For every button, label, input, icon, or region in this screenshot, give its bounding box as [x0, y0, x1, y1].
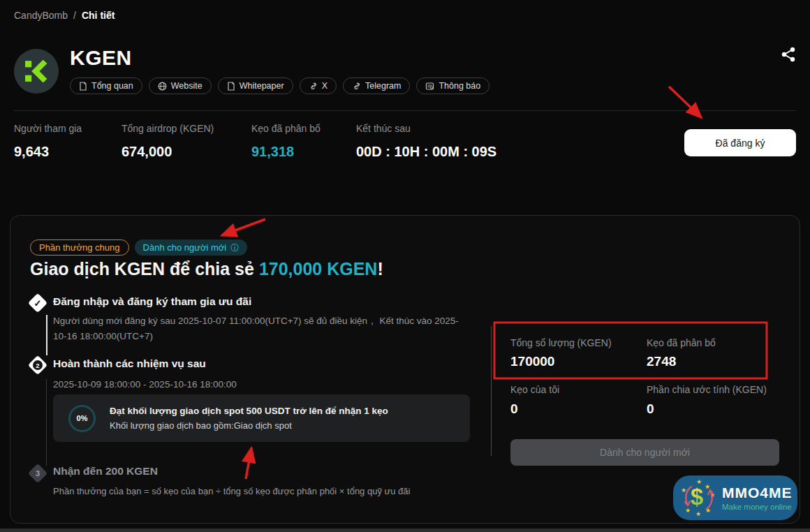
summary-label-my-candy: Kẹo của tôi [510, 384, 559, 395]
step-2-dates: 2025-10-09 18:00:00 - 2025-10-16 18:00:0… [53, 377, 237, 392]
watermark-dollar-icon: $ ★ ★ ★ ★ ★ ★ ★ [682, 480, 716, 515]
breadcrumb-separator: / [73, 10, 76, 21]
announcement-icon [425, 82, 434, 91]
link-label: Telegram [365, 81, 401, 91]
step-connector-1 [46, 315, 47, 355]
step-3-title: Nhận đến 200 KGEN [53, 465, 158, 478]
link-website[interactable]: Website [149, 77, 212, 94]
step-3-desc: Phần thưởng của bạn = số kẹo của bạn ÷ t… [53, 485, 486, 499]
reward-tabs: Phần thưởng chung Dành cho người mới ⓘ [30, 239, 247, 256]
link-label: Whitepaper [240, 81, 284, 91]
bottom-page-edge [0, 529, 810, 532]
step-2-number: 2 [33, 360, 43, 370]
step-1-check-icon: ✓ [28, 293, 47, 313]
summary-label-estimated-share: Phần chia ước tính (KGEN) [647, 384, 767, 395]
link-x[interactable]: X [300, 77, 337, 94]
summary-value-distributed: 2748 [647, 354, 676, 369]
link-label: Website [171, 81, 202, 91]
newcomer-action-button[interactable]: Dành cho người mới [510, 439, 779, 466]
tab-general-reward[interactable]: Phần thưởng chung [30, 239, 129, 256]
tab-newcomer[interactable]: Dành cho người mới ⓘ [135, 239, 248, 256]
stat-countdown: Kết thúc sau 00D : 10H : 00M : 09S [356, 123, 496, 160]
summary-value-my-candy: 0 [510, 401, 518, 417]
task-subtitle: Khối lượng giao dịch bao gồm:Giao dịch s… [110, 420, 388, 431]
campaign-title-amount: 170,000 KGEN [259, 259, 378, 279]
link-label: Tổng quan [91, 81, 133, 91]
stat-label: Người tham gia [14, 123, 82, 134]
share-button[interactable] [780, 46, 797, 63]
step-3-badge: 3 [28, 464, 47, 483]
annotation-arrow-register [669, 87, 701, 117]
link-announcement[interactable]: Thông báo [416, 77, 489, 94]
link-icon [352, 82, 361, 91]
stat-participants: Người tham gia 9,643 [14, 123, 82, 160]
info-icon[interactable]: ⓘ [230, 244, 239, 252]
summary-value-estimated-share: 0 [647, 401, 654, 417]
token-links-row: Tổng quan Website Whitepaper X Telegram … [70, 77, 489, 94]
document-icon [227, 82, 235, 91]
link-telegram[interactable]: Telegram [343, 77, 410, 94]
step-connector-2 [46, 379, 47, 466]
header-divider [14, 110, 796, 111]
stat-total-airdrop: Tổng airdrop (KGEN) 674,000 [122, 123, 214, 160]
link-icon [309, 82, 318, 91]
breadcrumb-current: Chi tiết [82, 10, 115, 21]
step-3-number: 3 [36, 469, 40, 478]
link-overview[interactable]: Tổng quan [70, 77, 142, 94]
page-title: KGEN [70, 46, 132, 70]
token-logo [14, 49, 59, 94]
countdown-value: 00D : 10H : 00M : 09S [356, 144, 496, 160]
watermark-text: MMO4ME Make money online [722, 485, 793, 510]
step-2-title: Hoàn thành các nhiệm vụ sau [53, 357, 206, 370]
share-icon [780, 46, 797, 63]
summary-label-total: Tổng số lượng (KGEN) [510, 337, 612, 348]
globe-icon [158, 82, 167, 91]
task-text: Đạt khối lượng giao dịch spot 500 USDT t… [110, 406, 388, 431]
stat-label: Tổng airdrop (KGEN) [122, 123, 214, 134]
stat-value: 9,643 [14, 144, 82, 160]
stat-label: Kết thúc sau [356, 123, 496, 134]
link-whitepaper[interactable]: Whitepaper [218, 77, 293, 94]
campaign-title-prefix: Giao dịch KGEN để chia sẻ [30, 259, 259, 279]
task-progress-ring: 0% [68, 405, 96, 432]
link-label: X [322, 81, 327, 91]
stat-candy-distributed: Kẹo đã phân bổ 91,318 [251, 123, 321, 160]
check-icon: ✓ [34, 298, 42, 309]
watermark-subtitle: Make money online [722, 503, 793, 511]
summary-label-distributed: Kẹo đã phân bổ [647, 337, 716, 348]
breadcrumb-root[interactable]: CandyBomb [14, 10, 68, 21]
column-divider [491, 326, 492, 456]
stat-label: Kẹo đã phân bổ [251, 123, 321, 134]
tab-label: Dành cho người mới [143, 242, 227, 253]
link-label: Thông báo [439, 81, 480, 91]
document-icon [79, 82, 87, 91]
stat-value: 91,318 [251, 144, 321, 160]
step-1-title: Đăng nhập và đăng ký tham gia ưu đãi [53, 295, 251, 308]
watermark-badge: $ ★ ★ ★ ★ ★ ★ ★ MMO4ME Make money online [673, 475, 797, 520]
step-2-badge: 2 [28, 355, 47, 375]
step-1-desc: Người dùng mới đăng ký sau 2025-10-07 11… [53, 313, 472, 343]
stat-value: 674,000 [122, 144, 214, 160]
curved-arrows-icon [682, 480, 716, 515]
campaign-title: Giao dịch KGEN để chia sẻ 170,000 KGEN! [30, 259, 383, 279]
breadcrumb: CandyBomb / Chi tiết [14, 10, 115, 21]
summary-value-total: 170000 [510, 354, 554, 369]
kgen-logo-icon [24, 60, 49, 82]
watermark-title: MMO4ME [722, 485, 793, 501]
registered-button[interactable]: Đã đăng ký [684, 129, 796, 156]
campaign-title-suffix: ! [377, 259, 383, 279]
task-card: 0% Đạt khối lượng giao dịch spot 500 USD… [53, 394, 470, 442]
task-title: Đạt khối lượng giao dịch spot 500 USDT t… [110, 406, 388, 416]
